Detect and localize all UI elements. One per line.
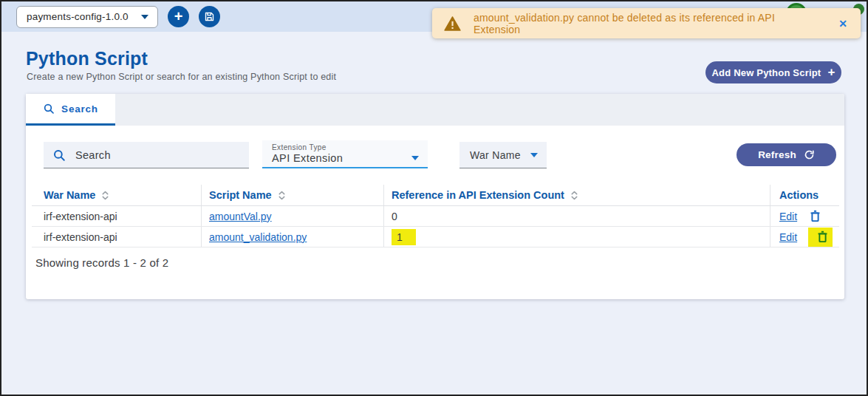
- add-new-python-script-button[interactable]: Add New Python Script +: [705, 61, 841, 83]
- tab-search[interactable]: Search: [26, 94, 115, 126]
- chevron-down-icon: [530, 153, 538, 157]
- chevron-down-icon: [141, 15, 148, 19]
- plus-icon: +: [174, 9, 183, 24]
- war-name-cell: irf-extension-api: [32, 206, 201, 226]
- sort-icon[interactable]: [570, 190, 578, 201]
- trash-icon: [816, 230, 830, 244]
- page-subtitle: Create a new Python Script or search for…: [27, 72, 336, 82]
- save-config-button[interactable]: [199, 6, 220, 27]
- search-icon: [43, 103, 55, 115]
- warning-icon: [444, 16, 461, 31]
- delete-button[interactable]: [816, 230, 830, 244]
- column-header-war-name[interactable]: War Name: [32, 185, 201, 205]
- save-icon: [204, 11, 215, 22]
- app-window: payments-config-1.0.0 + amount_validatio…: [0, 0, 868, 396]
- extension-type-select[interactable]: Extension Type API Extension: [262, 140, 428, 168]
- column-header-actions: Actions: [770, 185, 839, 205]
- war-name-select-label: War Name: [470, 149, 521, 161]
- reference-count-highlighted: 1: [392, 229, 416, 245]
- records-summary: Showing records 1 - 2 of 2: [35, 256, 168, 269]
- column-header-reference-count[interactable]: Reference in API Extension Count: [383, 185, 770, 205]
- close-icon[interactable]: ✕: [835, 16, 850, 31]
- table-row: irf-extension-api amountVal.py 0 Edit: [32, 206, 839, 227]
- sort-icon[interactable]: [101, 190, 109, 201]
- table-row: irf-extension-api amount_validation.py 1…: [32, 227, 839, 248]
- edit-link[interactable]: Edit: [779, 211, 797, 222]
- trash-icon: [808, 209, 822, 223]
- search-card: Search Extension Type API Extension War …: [26, 94, 844, 299]
- extension-type-label: Extension Type: [272, 143, 419, 151]
- delete-button[interactable]: [808, 209, 822, 223]
- search-field[interactable]: [44, 142, 249, 168]
- delete-button-highlighted[interactable]: [808, 228, 833, 247]
- column-label: Actions: [779, 189, 819, 201]
- chevron-down-icon: [411, 156, 419, 160]
- column-header-script-name[interactable]: Script Name: [201, 185, 383, 205]
- war-name-select[interactable]: War Name: [459, 142, 547, 168]
- refresh-button[interactable]: Refresh: [737, 143, 836, 166]
- tab-strip: [26, 94, 844, 126]
- tab-search-label: Search: [61, 103, 98, 115]
- script-name-link[interactable]: amountVal.py: [209, 211, 272, 222]
- sort-icon[interactable]: [278, 190, 286, 201]
- plus-icon: +: [827, 65, 835, 80]
- column-label: War Name: [44, 189, 95, 201]
- script-name-link[interactable]: amount_validation.py: [209, 231, 307, 243]
- war-name-cell: irf-extension-api: [32, 227, 201, 247]
- column-label: Script Name: [209, 189, 272, 201]
- results-table: War Name Script Name Reference in API Ex…: [32, 185, 839, 248]
- config-version-dropdown[interactable]: payments-config-1.0.0: [16, 6, 158, 28]
- edit-link[interactable]: Edit: [779, 231, 797, 243]
- page-title: Python Script: [26, 48, 148, 69]
- refresh-icon: [804, 149, 815, 160]
- reference-count-cell: 0: [383, 206, 770, 226]
- warning-toast: amount_validation.py cannot be deleted a…: [432, 8, 861, 38]
- column-label: Reference in API Extension Count: [392, 189, 564, 201]
- search-input[interactable]: [75, 149, 240, 161]
- add-button-label: Add New Python Script: [711, 67, 821, 78]
- add-config-button[interactable]: +: [168, 6, 189, 27]
- config-version-label: payments-config-1.0.0: [27, 11, 129, 22]
- toast-message: amount_validation.py cannot be deleted a…: [474, 12, 823, 35]
- table-header-row: War Name Script Name Reference in API Ex…: [32, 185, 839, 206]
- search-icon: [52, 148, 66, 162]
- extension-type-value: API Extension: [272, 152, 343, 164]
- refresh-button-label: Refresh: [758, 149, 796, 160]
